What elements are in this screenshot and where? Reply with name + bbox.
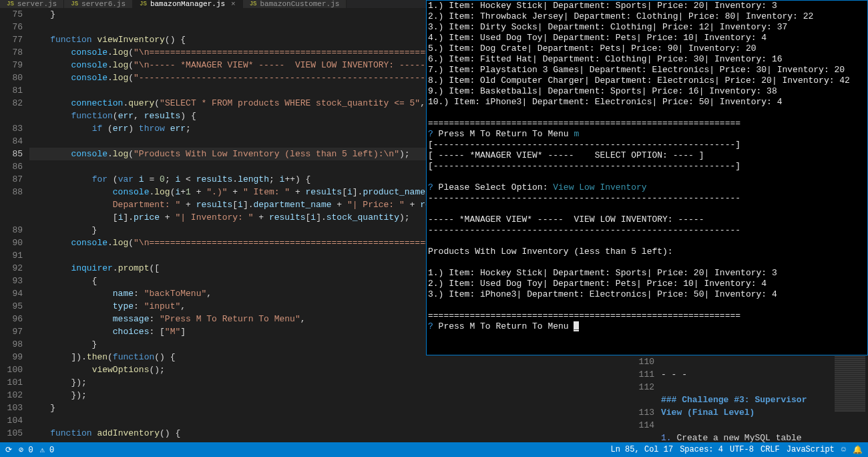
js-icon: JS — [71, 1, 78, 7]
bell-icon[interactable]: 🔔 — [853, 445, 863, 455]
line-gutter: 7576777879808182 838485868788 8990919293… — [0, 8, 29, 442]
sync-icon[interactable]: ⟳ — [5, 445, 12, 455]
code-content[interactable]: } function viewInventory() { console.log… — [29, 8, 426, 442]
status-bar: ⟳ ⊘ 0 ⚠ 0 Ln 85, Col 17 Spaces: 4 UTF-8 … — [0, 442, 868, 457]
language-mode[interactable]: JavaScript — [787, 445, 835, 454]
encoding[interactable]: UTF-8 — [730, 445, 754, 454]
tab-bamazon-manager[interactable]: JSbamazonManager.js× — [133, 0, 243, 8]
tab-server[interactable]: JSserver.js — [0, 0, 64, 8]
errors-count[interactable]: ⊘ 0 — [19, 445, 33, 455]
terminal-panel[interactable]: 1.) Item: Hockey Stick| Department: Spor… — [426, 0, 868, 355]
md-content[interactable]: - - - ### Challenge #3: Supervisor View … — [661, 355, 832, 442]
tab-bamazon-customer[interactable]: JSbamazonCustomer.js — [243, 0, 347, 8]
md-list-num: 1. — [661, 433, 672, 442]
close-icon[interactable]: × — [231, 0, 236, 8]
indentation[interactable]: Spaces: 4 — [680, 445, 723, 454]
feedback-icon[interactable]: ☺ — [841, 445, 846, 454]
js-icon: JS — [7, 1, 14, 7]
md-line: - - - — [661, 369, 687, 379]
code-editor[interactable]: 7576777879808182 838485868788 8990919293… — [0, 8, 426, 442]
cursor-position[interactable]: Ln 85, Col 17 — [611, 445, 674, 454]
warnings-count[interactable]: ⚠ 0 — [40, 445, 55, 455]
markdown-editor[interactable]: 110111112 113114 - - - ### Challenge #3:… — [632, 355, 832, 442]
js-icon: JS — [250, 1, 257, 7]
md-text: Create a new MySQL table called — [661, 433, 807, 442]
tab-server6[interactable]: JSserver6.js — [64, 0, 133, 8]
js-icon: JS — [140, 1, 147, 7]
eol[interactable]: CRLF — [761, 445, 780, 454]
md-gutter: 110111112 113114 — [632, 355, 661, 442]
md-heading: ### Challenge #3: Supervisor View (Final… — [661, 395, 812, 418]
minimap[interactable] — [832, 355, 868, 442]
